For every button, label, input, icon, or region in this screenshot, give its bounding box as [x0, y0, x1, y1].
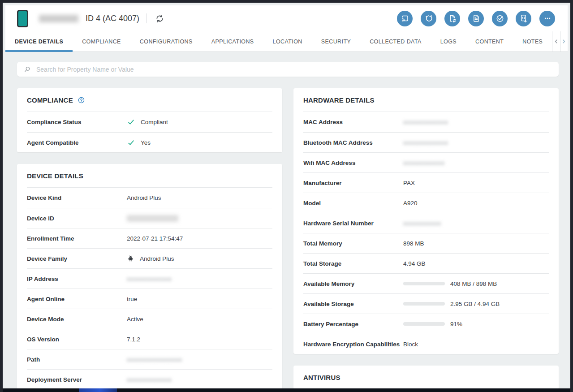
check-icon	[127, 119, 135, 125]
refresh-icon	[155, 14, 164, 23]
column-right: HARDWARE DETAILSMAC Addressxxxxxxxxxxxxx…	[293, 88, 559, 388]
property-value: Block	[403, 341, 549, 348]
tab-configurations[interactable]: CONFIGURATIONS	[130, 31, 202, 52]
property-row: Hardware Serial Numberxxxxxxxxxxx	[303, 213, 549, 233]
chevron-left-icon	[553, 38, 560, 45]
card-antivirus: ANTIVIRUS	[293, 366, 559, 388]
redacted-value: xxxxxxxxxxxx	[403, 159, 445, 166]
property-value: true	[127, 296, 272, 302]
property-row: Agent Onlinetrue	[27, 289, 272, 309]
property-value-text: true	[127, 296, 137, 302]
property-row: OS Version7.1.2	[27, 329, 272, 349]
property-value: xxxxxxxxxxx	[403, 220, 549, 227]
progress-bar	[403, 282, 445, 285]
property-label: Device Mode	[27, 316, 127, 323]
android-icon	[127, 254, 134, 263]
property-row: Available Storage2.95 GB / 4.94 GB	[303, 293, 549, 314]
property-row: Battery Percentage91%	[303, 314, 549, 334]
property-value: 4.94 GB	[403, 260, 549, 267]
property-value: Yes	[127, 139, 272, 146]
taskbar-accent	[79, 388, 117, 392]
property-value: xxxxxxxxxxxx	[403, 159, 549, 166]
card-title: ANTIVIRUS	[303, 374, 340, 381]
property-value: PAX	[403, 180, 549, 186]
property-value-text: Block	[403, 341, 418, 348]
progress-value-text: 91%	[450, 321, 462, 327]
property-value-text: Yes	[141, 139, 151, 146]
card-compliance: COMPLIANCECompliance StatusCompliantAgen…	[17, 88, 282, 152]
property-row: Available Memory408 MB / 898 MB	[303, 273, 549, 293]
window-bottom-edge	[3, 388, 570, 392]
card-title: DEVICE DETAILS	[27, 172, 83, 180]
property-row: Device KindAndroid Plus	[27, 188, 272, 208]
tab-content[interactable]: CONTENT	[466, 31, 513, 52]
property-label: Agent Online	[27, 296, 127, 302]
property-label: Device ID	[27, 215, 127, 222]
ellipsis-icon	[543, 14, 552, 23]
tab-device-details[interactable]: DEVICE DETAILS	[5, 31, 73, 52]
card-header: COMPLIANCE	[27, 88, 272, 112]
progress-bar	[403, 322, 445, 326]
property-row: ManufacturerPAX	[303, 172, 549, 193]
card-device-details: DEVICE DETAILSDevice KindAndroid PlusDev…	[17, 164, 282, 388]
property-label: Available Memory	[303, 280, 403, 287]
more-actions-button[interactable]	[539, 11, 555, 26]
property-value-text: 7.1.2	[127, 336, 140, 343]
property-label: Hardware Encryption Capabilities	[303, 341, 403, 348]
card-header: DEVICE DETAILS	[27, 164, 272, 188]
property-label: OS Version	[27, 336, 127, 343]
property-row: Agent CompatibleYes	[27, 132, 272, 152]
device-check-in-button[interactable]	[421, 11, 436, 26]
property-label: Wifi MAC Address	[303, 159, 403, 166]
tab-location[interactable]: LOCATION	[263, 31, 312, 52]
device-details-page: ID 4 (AC 4007) DEVICE DETAILSCOMPLIANCEC…	[5, 5, 568, 388]
property-row: Device ModeActive	[27, 309, 272, 329]
tabs-scroll-left-button[interactable]	[552, 31, 560, 52]
search-input[interactable]	[36, 66, 552, 73]
device-header: ID 4 (AC 4007)	[5, 5, 568, 31]
redacted-value: xxxxxxxxxxxxx	[403, 139, 448, 146]
property-label: Device Kind	[27, 194, 127, 201]
tab-compliance[interactable]: COMPLIANCE	[73, 31, 130, 52]
tab-notes[interactable]: NOTES	[513, 31, 552, 52]
property-value: xxxxxxxxxxxxx	[127, 376, 272, 383]
progress-value-text: 2.95 GB / 4.94 GB	[450, 301, 500, 307]
card-hardware-details: HARDWARE DETAILSMAC Addressxxxxxxxxxxxxx…	[293, 88, 559, 354]
property-label: Deployment Server	[27, 376, 127, 383]
tab-logs[interactable]: LOGS	[431, 31, 466, 52]
device-summary-button[interactable]	[468, 11, 484, 26]
redacted-value	[127, 215, 178, 222]
window-frame: ID 4 (AC 4007) DEVICE DETAILSCOMPLIANCEC…	[0, 0, 573, 392]
file-sync-icon	[448, 14, 457, 23]
property-label: MAC Address	[303, 119, 403, 125]
device-id-title: ID 4 (AC 4007)	[86, 14, 139, 23]
help-button[interactable]	[78, 96, 85, 104]
check-compliance-button[interactable]	[492, 11, 508, 26]
card-body: MAC AddressxxxxxxxxxxxxxBluetooth MAC Ad…	[303, 112, 549, 354]
tabs-scroll-right-button[interactable]	[560, 31, 568, 52]
sync-icon	[424, 14, 433, 23]
tab-collected-data[interactable]: COLLECTED DATA	[360, 31, 431, 52]
property-row: ModelA920	[303, 193, 549, 213]
device-name-redacted	[39, 15, 78, 22]
property-value-text: 4.94 GB	[403, 260, 426, 267]
property-value: xxxxxxxxxxxxx	[127, 276, 272, 282]
property-row: Enrollment Time2022-07-21 17:54:47	[27, 228, 272, 248]
remote-view-button[interactable]	[397, 11, 413, 26]
tab-security[interactable]: SECURITY	[312, 31, 360, 52]
redacted-value: xxxxxxxxxxxxx	[127, 376, 172, 383]
header-actions	[397, 11, 555, 26]
card-title: COMPLIANCE	[27, 96, 73, 104]
refresh-button[interactable]	[153, 12, 166, 25]
help-icon	[78, 96, 85, 104]
send-script-button[interactable]	[516, 11, 531, 26]
property-label: IP Address	[27, 276, 127, 282]
property-value-text: Active	[127, 316, 143, 323]
tab-applications[interactable]: APPLICATIONS	[202, 31, 263, 52]
update-device-info-button[interactable]	[444, 11, 460, 26]
property-value: 2022-07-21 17:54:47	[127, 235, 272, 242]
tab-list: DEVICE DETAILSCOMPLIANCECONFIGURATIONSAP…	[5, 31, 552, 52]
card-body: Compliance StatusCompliantAgent Compatib…	[27, 112, 272, 152]
property-value: 408 MB / 898 MB	[403, 280, 549, 287]
card-header: HARDWARE DETAILS	[303, 88, 549, 112]
